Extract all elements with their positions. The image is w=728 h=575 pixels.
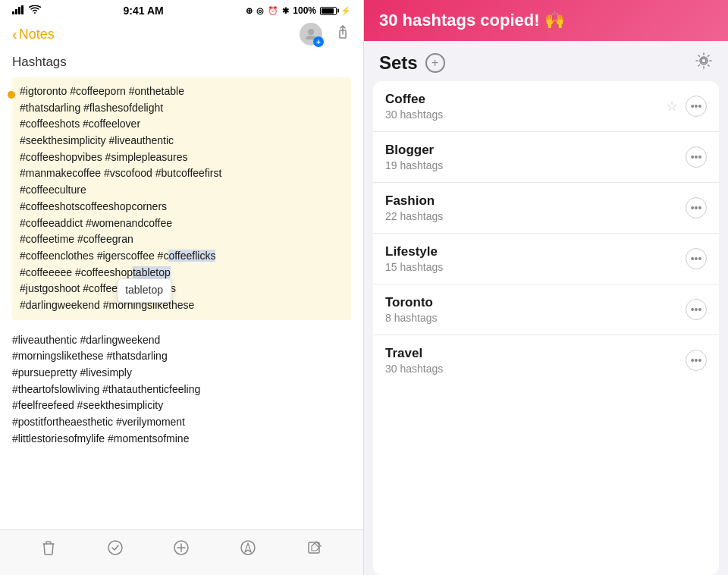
sets-title: Sets (379, 52, 418, 74)
svg-rect-1 (15, 9, 17, 14)
set-name: Travel (385, 346, 686, 361)
more-button[interactable]: ••• (686, 248, 707, 269)
copied-banner-text: 30 hashtags copied! 🙌 (379, 11, 565, 30)
set-item-right: ••• (686, 146, 707, 168)
chevron-left-icon: ‹ (12, 26, 17, 43)
set-name: Toronto (385, 295, 686, 310)
location-arrow-icon[interactable] (240, 539, 256, 560)
alarm-icon: ⏰ (268, 6, 278, 16)
set-count: 8 hashtags (385, 312, 686, 324)
status-bar: 9:41 AM ⊕ ◎ ⏰ ✱ 100% ⚡ (0, 0, 363, 20)
signal-icon (12, 5, 24, 17)
notes-content[interactable]: #igtoronto #coffeeporn #onthetable #that… (0, 74, 363, 529)
selection-tooltip: tabletop (117, 278, 171, 303)
set-count: 30 hashtags (385, 108, 666, 121)
set-item-fashion[interactable]: Fashion 22 hashtags ••• (373, 183, 719, 234)
svg-rect-0 (12, 11, 14, 14)
note-title: Hashtags (0, 52, 363, 74)
checkmark-icon[interactable] (107, 539, 124, 560)
notes-toolbar: ‹ Notes (0, 20, 363, 52)
avatar-icon[interactable] (300, 23, 322, 46)
battery-percent: 100% (293, 5, 316, 16)
battery-icon (320, 7, 337, 15)
set-item-right: ••• (686, 197, 707, 218)
set-item-left: Coffee 30 hashtags (385, 92, 666, 121)
hashtag-block-1: #igtoronto #coffeeporn #onthetable #that… (12, 77, 351, 320)
more-button[interactable]: ••• (686, 197, 707, 218)
bluetooth-icon: ✱ (282, 6, 289, 16)
set-count: 22 hashtags (385, 210, 686, 222)
set-name: Coffee (385, 92, 666, 107)
status-time: 9:41 AM (124, 5, 164, 17)
set-item-lifestyle[interactable]: Lifestyle 15 hashtags ••• (373, 234, 719, 284)
svg-rect-2 (18, 7, 20, 14)
status-bar-left (12, 5, 41, 17)
add-set-button[interactable]: + (425, 53, 445, 73)
notes-toolbar-right (300, 23, 351, 46)
share-icon[interactable] (334, 24, 351, 45)
set-item-left: Toronto 8 hashtags (385, 295, 686, 324)
notes-bottom-bar (0, 529, 363, 575)
set-name: Lifestyle (385, 244, 686, 259)
set-item-right: ☆ ••• (666, 96, 707, 117)
hashtag-app-panel: 30 hashtags copied! 🙌 Sets + Coffee 30 h… (364, 0, 728, 575)
location-icon: ⊕ (246, 6, 253, 16)
set-name: Blogger (385, 143, 686, 158)
star-icon[interactable]: ☆ (666, 98, 678, 115)
set-item-travel[interactable]: Travel 30 hashtags ••• (373, 335, 719, 385)
svg-point-4 (308, 29, 314, 35)
more-button[interactable]: ••• (686, 96, 707, 117)
svg-point-13 (701, 58, 706, 63)
set-count: 19 hashtags (385, 159, 686, 171)
set-item-coffee[interactable]: Coffee 30 hashtags ☆ ••• (373, 81, 719, 132)
set-item-toronto[interactable]: Toronto 8 hashtags ••• (373, 284, 719, 335)
more-button[interactable]: ••• (686, 146, 707, 168)
set-item-left: Fashion 22 hashtags (385, 193, 686, 222)
set-item-right: ••• (686, 248, 707, 269)
set-item-left: Travel 30 hashtags (385, 346, 686, 375)
copied-banner: 30 hashtags copied! 🙌 (364, 0, 728, 41)
hashtag-block-2: #liveauthentic #darlingweekend #mornings… (12, 332, 351, 460)
notes-panel: 9:41 AM ⊕ ◎ ⏰ ✱ 100% ⚡ ‹ Notes (0, 0, 364, 575)
sets-header: Sets + (364, 41, 728, 81)
wifi-icon (29, 5, 41, 17)
sets-list: Coffee 30 hashtags ☆ ••• Blogger 19 hash… (373, 81, 719, 575)
svg-point-6 (108, 541, 122, 555)
compose-icon[interactable] (173, 539, 190, 560)
svg-marker-11 (245, 543, 251, 552)
edit-icon[interactable] (306, 539, 323, 560)
set-item-right: ••• (686, 299, 707, 320)
back-button[interactable]: ‹ Notes (12, 26, 55, 43)
svg-rect-3 (21, 5, 24, 14)
back-label: Notes (19, 27, 55, 42)
sets-title-group: Sets + (379, 52, 445, 74)
more-button[interactable]: ••• (686, 299, 707, 320)
set-item-left: Blogger 19 hashtags (385, 143, 686, 171)
hashtag-text-1: #igtoronto #coffeeporn #onthetable #that… (20, 83, 344, 314)
set-item-blogger[interactable]: Blogger 19 hashtags ••• (373, 132, 719, 183)
more-button[interactable]: ••• (686, 350, 707, 371)
status-bar-right: ⊕ ◎ ⏰ ✱ 100% ⚡ (246, 5, 351, 16)
set-item-right: ••• (686, 350, 707, 371)
charging-icon: ⚡ (340, 6, 351, 16)
trash-icon[interactable] (40, 539, 57, 560)
set-name: Fashion (385, 193, 686, 209)
set-count: 15 hashtags (385, 261, 686, 273)
compass-icon: ◎ (256, 6, 264, 16)
set-item-left: Lifestyle 15 hashtags (385, 244, 686, 273)
gear-icon[interactable] (695, 52, 713, 74)
set-count: 30 hashtags (385, 363, 686, 375)
